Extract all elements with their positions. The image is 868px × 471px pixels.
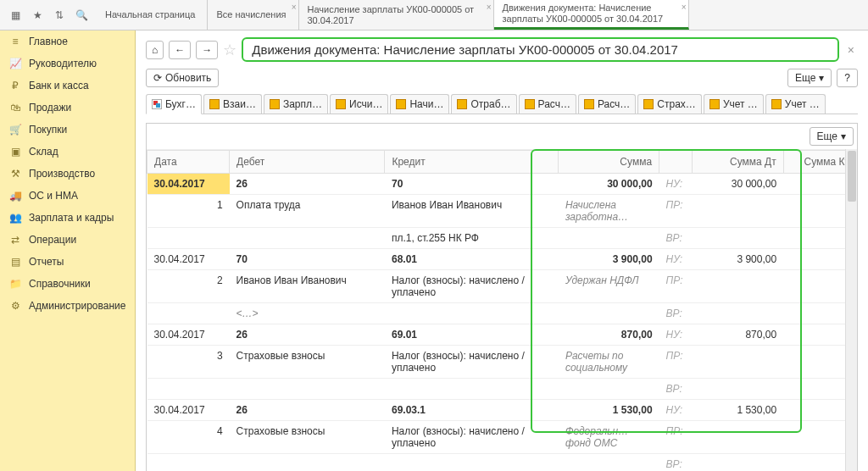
table-row[interactable]: ВР: (147, 379, 857, 400)
sidebar-item[interactable]: ₽Банк и касса (0, 75, 135, 97)
back-button[interactable]: ← (169, 41, 191, 59)
sidebar-label: Руководителю (29, 58, 97, 69)
topbar-icon[interactable]: ★ (27, 5, 47, 25)
chevron-down-icon: ▾ (819, 72, 824, 84)
home-button[interactable]: ⌂ (146, 41, 164, 59)
window-tab[interactable]: Начальная страница (97, 0, 208, 30)
table-wrap: Еще ▾ Дата Дебет Кредит Сумма Сумма Дт С… (146, 123, 858, 471)
sidebar-item[interactable]: 👥Зарплата и кадры (0, 207, 135, 229)
table-row[interactable]: 30.04.20177068.013 900,00НУ:3 900,00 (147, 249, 857, 270)
col-sum[interactable]: Сумма (559, 151, 659, 174)
sidebar-label: Банк и касса (29, 80, 89, 91)
favorite-star-icon[interactable]: ☆ (223, 41, 236, 59)
sidebar-icon: ₽ (8, 80, 22, 91)
refresh-label: Обновить (165, 72, 211, 84)
col-debit[interactable]: Дебет (230, 151, 385, 174)
tab-close-icon[interactable]: × (487, 2, 492, 13)
sidebar-icon: 🚚 (8, 190, 22, 202)
table-row[interactable]: 3Страховые взносыНалог (взносы): начисле… (147, 346, 857, 379)
header-row: ⌂ ← → ☆ Движения документа: Начисление з… (146, 37, 858, 62)
register-icon (643, 99, 654, 109)
forward-button[interactable]: → (196, 41, 218, 59)
page-title: Движения документа: Начисление зарплаты … (242, 37, 839, 62)
register-tab[interactable]: Учет … (765, 94, 826, 114)
topbar-icons: ▦★⇅🔍 (0, 0, 97, 30)
register-tab[interactable]: Бухг… (146, 94, 202, 114)
sidebar-item[interactable]: ≡Главное (0, 30, 135, 53)
window-tab[interactable]: Все начисления× (208, 0, 298, 30)
sidebar-label: Производство (29, 168, 95, 180)
toolbar: ⟳Обновить Еще ▾ ? (146, 69, 858, 87)
sidebar-label: Главное (29, 36, 68, 47)
register-tab[interactable]: Исчи… (330, 94, 388, 114)
table-row[interactable]: 30.04.20172669.01870,00НУ:870,00 (147, 324, 857, 346)
register-icon (209, 99, 220, 109)
main: ≡Главное📈Руководителю₽Банк и касса🛍Прода… (0, 30, 868, 471)
topbar-icon[interactable]: 🔍 (71, 5, 92, 25)
tab-close-icon[interactable]: × (292, 2, 297, 13)
col-credit[interactable]: Кредит (385, 151, 559, 174)
register-tab[interactable]: Отраб… (451, 94, 516, 114)
register-tabs: Бухг…Взаи…Зарпл…Исчи…Начи…Отраб…Расч…Рас… (146, 94, 858, 114)
sidebar-item[interactable]: 🚚ОС и НМА (0, 185, 135, 207)
sidebar-label: Отчеты (29, 256, 64, 268)
register-icon (584, 99, 594, 109)
window-tab[interactable]: Начисление зарплаты УК00-000005 от 30.04… (299, 0, 494, 30)
content: ⌂ ← → ☆ Движения документа: Начисление з… (136, 30, 868, 471)
sidebar-label: Продажи (29, 102, 71, 114)
sidebar-label: Зарплата и кадры (29, 212, 114, 224)
table-more-button[interactable]: Еще ▾ (810, 127, 854, 146)
window-tab[interactable]: Движения документа: Начисление зарплаты … (494, 0, 689, 30)
table-row[interactable]: 2Иванов Иван ИвановичНалог (взносы): нач… (147, 270, 857, 303)
table-row[interactable]: 4Страховые взносыНалог (взносы): начисле… (147, 421, 857, 454)
table-row[interactable]: <…>ВР: (147, 303, 857, 324)
col-tag (659, 151, 693, 174)
table-row[interactable]: 30.04.2017267030 000,00НУ:30 000,00 (147, 174, 857, 195)
more-button[interactable]: Еще ▾ (787, 69, 832, 87)
table-row[interactable]: ВР: (147, 454, 857, 472)
sidebar-item[interactable]: ⚙Администрирование (0, 295, 135, 317)
sidebar-label: ОС и НМА (29, 190, 78, 202)
help-button[interactable]: ? (837, 69, 858, 87)
tab-close-icon[interactable]: × (682, 2, 687, 13)
table-row[interactable]: пл.1, ст.255 НК РФВР: (147, 228, 857, 249)
sidebar-item[interactable]: 📈Руководителю (0, 53, 135, 75)
sidebar-label: Покупки (29, 124, 67, 136)
register-tab[interactable]: Взаи… (203, 94, 262, 114)
sidebar-item[interactable]: 📁Справочники (0, 273, 135, 295)
col-date[interactable]: Дата (147, 151, 230, 174)
topbar-icon[interactable]: ⇅ (49, 5, 70, 25)
sidebar: ≡Главное📈Руководителю₽Банк и касса🛍Прода… (0, 30, 136, 471)
sidebar-item[interactable]: 🛍Продажи (0, 97, 135, 119)
register-tab[interactable]: Зарпл… (264, 94, 328, 114)
col-sumdt[interactable]: Сумма Дт (692, 151, 783, 174)
sidebar-item[interactable]: ▤Отчеты (0, 251, 135, 273)
sidebar-item[interactable]: 🛒Покупки (0, 119, 135, 141)
sidebar-icon: 🛍 (8, 102, 22, 114)
sidebar-item[interactable]: ⚒Производство (0, 163, 135, 185)
register-tab[interactable]: Учет … (704, 94, 764, 114)
sidebar-icon: ⚒ (8, 168, 22, 180)
sidebar-icon: ⚙ (8, 300, 22, 312)
register-tab[interactable]: Расч… (519, 94, 576, 114)
table-row[interactable]: 1Оплата трудаИванов Иван ИвановичНачисле… (147, 195, 857, 228)
register-icon (396, 99, 406, 109)
postings-table: Дата Дебет Кредит Сумма Сумма Дт Сумма К… (147, 150, 857, 471)
sidebar-icon: ▤ (8, 256, 22, 268)
sidebar-item[interactable]: ▣Склад (0, 141, 135, 163)
refresh-button[interactable]: ⟳Обновить (146, 69, 219, 87)
table-row[interactable]: 30.04.20172669.03.11 530,00НУ:1 530,00 (147, 400, 857, 421)
sidebar-label: Склад (29, 146, 58, 158)
topbar-icon[interactable]: ▦ (5, 5, 25, 25)
chevron-down-icon: ▾ (841, 130, 846, 142)
v-scrollbar[interactable] (845, 149, 857, 471)
sidebar-item[interactable]: ⇄Операции (0, 229, 135, 251)
register-icon (709, 99, 720, 109)
sidebar-icon: 👥 (8, 212, 22, 224)
register-icon (771, 99, 782, 109)
register-tab[interactable]: Страх… (637, 94, 702, 114)
close-button[interactable]: × (844, 43, 858, 57)
register-tab[interactable]: Расч… (578, 94, 636, 114)
sidebar-icon: ≡ (8, 36, 22, 47)
register-tab[interactable]: Начи… (390, 94, 449, 114)
